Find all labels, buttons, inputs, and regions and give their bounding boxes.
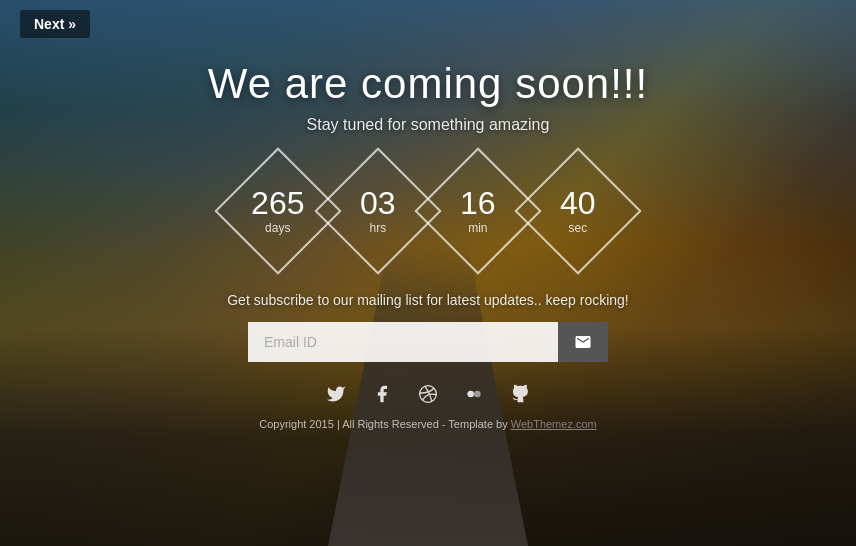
countdown-seconds: 40 sec — [533, 166, 623, 256]
svg-point-1 — [467, 391, 474, 398]
page-headline: We are coming soon!!! — [208, 60, 648, 108]
copyright-text: Copyright 2015 | All Rights Reserved - T… — [259, 418, 597, 430]
main-content: We are coming soon!!! Stay tuned for som… — [0, 0, 856, 546]
social-section: Copyright 2015 | All Rights Reserved - T… — [259, 380, 597, 430]
countdown-days: 265 days — [233, 166, 323, 256]
countdown-minutes: 16 min — [433, 166, 523, 256]
twitter-icon[interactable] — [322, 380, 350, 408]
days-label: days — [265, 221, 290, 235]
svg-point-2 — [474, 391, 481, 398]
hours-number: 03 — [360, 187, 396, 219]
countdown-hours: 03 hrs — [333, 166, 423, 256]
email-input[interactable] — [248, 322, 558, 362]
minutes-number: 16 — [460, 187, 496, 219]
minutes-label: min — [468, 221, 487, 235]
github-icon[interactable] — [506, 380, 534, 408]
facebook-icon[interactable] — [368, 380, 396, 408]
subscribe-section: Get subscribe to our mailing list for la… — [227, 292, 629, 362]
dribbble-icon[interactable] — [414, 380, 442, 408]
envelope-icon — [574, 333, 592, 351]
countdown-section: 265 days 03 hrs 16 min — [233, 166, 623, 256]
submit-button[interactable] — [558, 322, 608, 362]
hours-label: hrs — [370, 221, 387, 235]
seconds-label: sec — [569, 221, 588, 235]
days-number: 265 — [251, 187, 304, 219]
next-button[interactable]: Next » — [20, 10, 90, 38]
email-form — [248, 322, 608, 362]
page-subheadline: Stay tuned for something amazing — [307, 116, 550, 134]
brand-link[interactable]: WebThemez.com — [511, 418, 597, 430]
seconds-number: 40 — [560, 187, 596, 219]
social-icons-row — [322, 380, 534, 408]
subscribe-text: Get subscribe to our mailing list for la… — [227, 292, 629, 308]
flickr-icon[interactable] — [460, 380, 488, 408]
diamond-seconds: 40 sec — [514, 147, 641, 274]
top-nav: Next » — [0, 0, 856, 48]
